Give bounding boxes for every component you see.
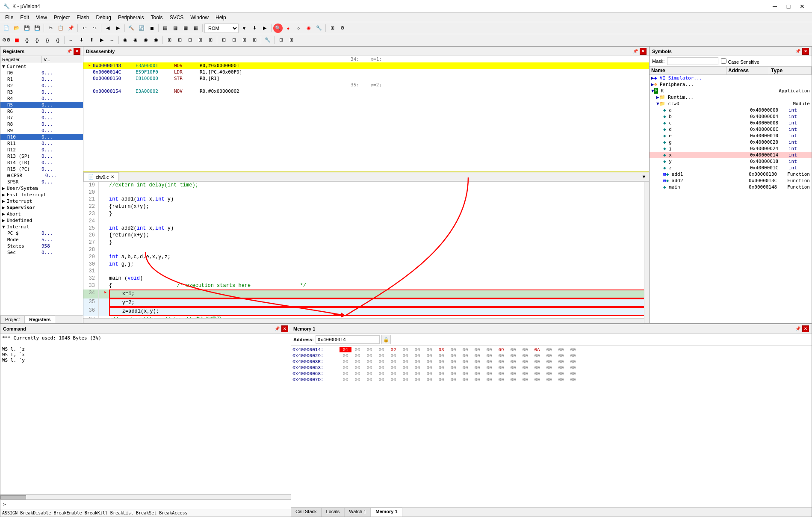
registers-pin[interactable]: 📌 [66, 48, 73, 55]
t2b4[interactable]: {} [32, 35, 42, 45]
reg-group-und[interactable]: ▶Undefined [0, 217, 83, 224]
memory-close[interactable]: ✕ [802, 325, 809, 332]
tab-memory1[interactable]: Memory 1 [371, 508, 402, 517]
sym-row-j[interactable]: ◆ j 0x40000024 int [650, 145, 812, 152]
wrench1[interactable]: 🔧 [263, 35, 272, 45]
rom-dropdown[interactable]: ROM [204, 24, 239, 33]
disasm-row-0x148[interactable]: ➤ 0x00000148 E3A00001 MOV R0,#0x00000001 [83, 62, 649, 69]
misc2[interactable]: ⊞ [286, 35, 296, 45]
win5[interactable]: ⊞ [206, 35, 215, 45]
command-input[interactable] [8, 501, 290, 508]
b1[interactable]: ▦ [160, 24, 170, 33]
stop-build-button[interactable]: ⏹ [147, 24, 156, 33]
code-hscrollbar[interactable] [83, 318, 644, 323]
bp4[interactable]: ◉ [151, 35, 161, 45]
reg-group-fiq[interactable]: ▶Fast Interrupt [0, 192, 83, 198]
menu-debug[interactable]: Debug [93, 14, 115, 21]
t2b1[interactable]: ⚙⚙ [2, 35, 11, 45]
tab-registers[interactable]: Registers [24, 316, 55, 323]
disasm-row-0x154[interactable]: 0x00000154 E3A00002 MOV R0,#0x00000002 [83, 88, 649, 95]
symbols-close[interactable]: ✕ [802, 48, 809, 55]
misc1[interactable]: ⊞ [276, 35, 286, 45]
sym-row-K[interactable]: ▼ K K Application [650, 88, 812, 94]
win1[interactable]: ⊞ [165, 35, 174, 45]
tab-project[interactable]: Project [0, 316, 24, 323]
reg-group-internal[interactable]: ▼Internal [0, 224, 83, 230]
build-button[interactable]: 🔨 [127, 24, 136, 33]
sym-row-simulator[interactable]: ▶ ◆ VI Simulator... [650, 75, 812, 81]
case-sensitive-checkbox[interactable] [721, 58, 726, 64]
run-to-cursor[interactable]: ▶ [97, 35, 106, 45]
disasm-close[interactable]: ✕ [640, 48, 647, 55]
tool4[interactable]: ⊞ [250, 35, 259, 45]
t2b6[interactable]: {} [53, 35, 62, 45]
symbols-pin[interactable]: 📌 [794, 48, 801, 55]
tab-close-icon[interactable]: ✕ [111, 174, 114, 179]
open-button[interactable]: 📂 [12, 24, 21, 33]
sym-row-c[interactable]: ◆ c 0x40000008 int [650, 120, 812, 126]
disasm-row-0x14c[interactable]: 0x0000014C E59F10F0 LDR R1,[PC,#0x00F0] [83, 69, 649, 75]
reg-group-current[interactable]: ▼ Current [0, 63, 83, 70]
editor-tab-clw0[interactable]: 📄 clw0.c ✕ [83, 172, 119, 181]
new-file-button[interactable]: 📄 [2, 24, 11, 33]
debug-btn[interactable]: 🔧 [314, 24, 324, 33]
sym-row-main[interactable]: ◆ main 0x00000148 Function [650, 184, 812, 190]
sym-row-b[interactable]: ◆ b 0x40000004 int [650, 113, 812, 120]
sym-row-z[interactable]: ◆ z 0x4000001C int [650, 165, 812, 171]
reg-group-irq[interactable]: ▶Interrupt [0, 198, 83, 204]
win4[interactable]: ⊞ [195, 35, 205, 45]
stop-debug[interactable]: ⏹ [12, 35, 21, 45]
bp3[interactable]: ◉ [141, 35, 151, 45]
tool3[interactable]: ⊞ [239, 35, 249, 45]
registers-close[interactable]: ✕ [74, 48, 80, 55]
memory-address-input[interactable] [316, 335, 380, 344]
sym-row-periphera[interactable]: ▶ ⚙ Periphera... [650, 81, 812, 88]
sym-row-g[interactable]: ◆ g 0x40000020 int [650, 139, 812, 145]
tab-watch1[interactable]: Watch 1 [344, 508, 371, 517]
tab-locals[interactable]: Locals [322, 508, 345, 517]
minimize-button[interactable]: ─ [768, 2, 781, 11]
tool2[interactable]: ⊞ [229, 35, 239, 45]
sym-row-a[interactable]: ◆ a 0x40000000 int [650, 107, 812, 113]
rebuild-button[interactable]: 🔄 [137, 24, 146, 33]
menu-file[interactable]: File [2, 14, 17, 21]
win2[interactable]: ⊞ [175, 35, 184, 45]
menu-help[interactable]: Help [212, 14, 230, 21]
menu-peripherals[interactable]: Peripherals [115, 14, 148, 21]
sym-row-runtim[interactable]: ▶ 📁 Runtim... [650, 94, 812, 100]
sym-row-y[interactable]: ◆ y 0x40000018 int [650, 158, 812, 165]
stop-btn[interactable]: ○ [294, 24, 303, 33]
record-btn[interactable]: ● [283, 24, 293, 33]
reg-group-abt[interactable]: ▶Abort [0, 211, 83, 217]
reg-group-svc[interactable]: ▶Supervisor [0, 204, 83, 211]
menu-svcs[interactable]: SVCS [166, 14, 187, 21]
nav-fwd-button[interactable]: ▶ [113, 24, 123, 33]
rom-btn2[interactable]: ▶ [260, 24, 269, 33]
b4[interactable]: ▦ [191, 24, 201, 33]
b2[interactable]: ▦ [171, 24, 180, 33]
command-pin[interactable]: 📌 [274, 325, 281, 332]
step-out[interactable]: ⬆ [87, 35, 96, 45]
sym-row-add1[interactable]: ⊞◆ add1 0x00000130 Function [650, 171, 812, 177]
undo-button[interactable]: ↩ [80, 24, 89, 33]
menu-project[interactable]: Project [50, 14, 73, 21]
win-btn[interactable]: ⊞ [328, 24, 337, 33]
b3[interactable]: ▦ [181, 24, 190, 33]
sym-row-x[interactable]: ◆ x 0x40000014 int [650, 152, 812, 158]
code-scrollbar[interactable] [644, 182, 649, 323]
command-close[interactable]: ✕ [281, 325, 288, 332]
tab-call-stack[interactable]: Call Stack [291, 508, 322, 517]
paste-button[interactable]: 📌 [66, 24, 76, 33]
win3[interactable]: ⊞ [185, 35, 195, 45]
bp2[interactable]: ◉ [131, 35, 140, 45]
close-button[interactable]: ✕ [796, 2, 809, 11]
show-next[interactable]: → [107, 35, 117, 45]
disasm-pin[interactable]: 📌 [632, 48, 639, 55]
sym-row-d[interactable]: ◆ d 0x4000000C int [650, 126, 812, 133]
menu-flash[interactable]: Flash [73, 14, 92, 21]
memory-lock-button[interactable]: 🔒 [381, 335, 391, 344]
cmd-hscroll[interactable] [0, 494, 291, 499]
tool1[interactable]: ⊞ [219, 35, 228, 45]
step-into[interactable]: ⬇ [77, 35, 86, 45]
reg-group-user[interactable]: ▶User/System [0, 185, 83, 192]
